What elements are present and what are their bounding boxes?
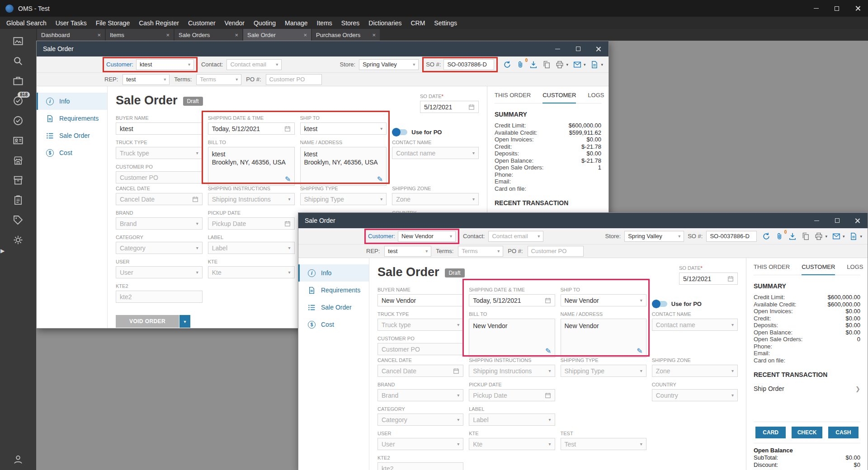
terms-combo[interactable]: Terms▾ <box>458 246 503 257</box>
name-address-textarea[interactable]: New Vendor✎ <box>561 319 646 357</box>
store-combo[interactable]: Spring Valley▾ <box>359 59 419 70</box>
tab-close-icon[interactable]: × <box>235 32 238 38</box>
shipping-instructions-combo[interactable]: Shipping Instructions▾ <box>208 193 295 205</box>
tab-close-icon[interactable]: × <box>372 32 376 38</box>
refresh-button[interactable] <box>762 232 770 240</box>
window1-titlebar[interactable]: Sale Order <box>37 41 609 56</box>
user-profile-icon[interactable] <box>12 454 24 465</box>
refresh-button[interactable] <box>503 61 511 69</box>
edit-pencil-icon[interactable]: ✎ <box>637 347 642 356</box>
menu-global-search[interactable]: Global Search <box>2 18 51 28</box>
menu-vendor[interactable]: Vendor <box>220 18 249 28</box>
void-order-button[interactable]: VOID ORDER <box>116 315 179 328</box>
shipping-date-input[interactable]: Today, 5/12/2021 <box>469 294 555 306</box>
briefcase-icon[interactable] <box>12 75 24 87</box>
app-minimize-button[interactable] <box>806 0 826 17</box>
contact-name-combo[interactable]: Contact name▾ <box>652 319 738 331</box>
tab-close-icon[interactable]: × <box>97 32 101 38</box>
tab-items[interactable]: Items× <box>106 29 174 41</box>
menu-settings[interactable]: Settings <box>429 18 462 28</box>
so-number-input[interactable]: SO-0037886-D <box>706 231 757 242</box>
contact-combo[interactable]: Contact email▾ <box>488 231 543 242</box>
chevron-down-icon[interactable]: ▾ <box>825 234 827 239</box>
print-button[interactable] <box>556 61 564 69</box>
menu-file-storage[interactable]: File Storage <box>91 18 134 28</box>
edit-pencil-icon[interactable]: ✎ <box>377 175 383 184</box>
bill-to-textarea[interactable]: New Vendor✎ <box>469 319 555 357</box>
so-number-input[interactable]: SO-0037886-D <box>443 59 494 70</box>
panel-tab-logs[interactable]: LOGS <box>847 263 863 275</box>
use-for-po-toggle[interactable] <box>392 129 407 135</box>
user-combo[interactable]: User▾ <box>116 266 203 278</box>
customer-combo[interactable]: New Vendor▾ <box>398 231 456 242</box>
use-for-po-toggle[interactable] <box>652 301 667 307</box>
chevron-down-icon[interactable]: ▾ <box>584 62 586 67</box>
pickup-date-input[interactable]: Pickup Date <box>469 389 555 401</box>
download-button[interactable] <box>788 232 797 240</box>
window2-minimize-button[interactable] <box>807 213 827 228</box>
print-button[interactable] <box>815 232 823 240</box>
window2-titlebar[interactable]: Sale Order <box>298 213 868 228</box>
cancel-date-input[interactable]: Cancel Date <box>377 365 463 377</box>
window1-maximize-button[interactable] <box>568 41 588 56</box>
menu-cash-register[interactable]: Cash Register <box>134 18 184 28</box>
chevron-down-icon[interactable]: ▾ <box>860 234 862 239</box>
buyer-name-input[interactable]: New Vendor <box>377 294 463 306</box>
search-icon[interactable] <box>12 55 24 67</box>
nav-item-cost[interactable]: $Cost <box>37 144 107 161</box>
email-button[interactable] <box>573 61 581 69</box>
menu-crm[interactable]: CRM <box>406 18 429 28</box>
rep-combo[interactable]: test▾ <box>123 74 170 85</box>
nav-item-sale-order[interactable]: Sale Order <box>37 127 107 144</box>
shipping-instructions-combo[interactable]: Shipping Instructions▾ <box>469 365 555 377</box>
cancel-date-input[interactable]: Cancel Date <box>116 193 203 205</box>
nav-item-cost[interactable]: $Cost <box>298 316 369 333</box>
inventory-box-icon[interactable] <box>12 174 24 186</box>
panel-tab-customer[interactable]: CUSTOMER <box>802 263 835 275</box>
rep-combo[interactable]: test▾ <box>384 246 431 257</box>
cash-button[interactable]: CASH <box>828 427 859 438</box>
kte-combo[interactable]: Kte▾ <box>469 438 555 450</box>
tab-purchase-orders[interactable]: Purchase Orders× <box>312 29 380 41</box>
truck-type-combo[interactable]: Truck type▾ <box>116 147 203 159</box>
shipping-date-input[interactable]: Today, 5/12/2021 <box>208 122 295 135</box>
copy-button[interactable] <box>542 61 551 69</box>
customer-po-input[interactable]: Customer PO <box>116 171 203 183</box>
panel-tab-logs[interactable]: LOGS <box>588 92 604 103</box>
email-button[interactable] <box>832 232 840 240</box>
tag-icon[interactable] <box>12 214 24 226</box>
void-order-dropdown-button[interactable]: ▾ <box>179 315 190 328</box>
tab-close-icon[interactable]: × <box>166 32 170 38</box>
category-combo[interactable]: Category▾ <box>377 414 463 426</box>
name-address-textarea[interactable]: ktestBrooklyn, NY, 46356, USA✎ <box>300 147 387 186</box>
app-maximize-button[interactable] <box>826 0 847 17</box>
nav-item-requirements[interactable]: Requirements <box>298 282 369 299</box>
chevron-down-icon[interactable]: ▾ <box>566 62 568 67</box>
menu-dictionaries[interactable]: Dictionaries <box>364 18 406 28</box>
edit-pencil-icon[interactable]: ✎ <box>285 175 291 184</box>
truck-type-combo[interactable]: Truck type▾ <box>377 319 463 331</box>
nav-item-info[interactable]: iInfo <box>298 264 369 282</box>
gear-icon[interactable] <box>12 234 24 246</box>
store-icon[interactable] <box>12 155 24 166</box>
document-button[interactable] <box>849 232 858 240</box>
shipping-zone-combo[interactable]: Zone▾ <box>652 365 738 377</box>
store-combo[interactable]: Spring Valley▾ <box>624 231 684 242</box>
chevron-down-icon[interactable]: ▾ <box>601 62 603 67</box>
panel-tab-customer[interactable]: CUSTOMER <box>542 92 576 103</box>
attachments-button[interactable]: 0 <box>516 61 524 69</box>
window1-close-button[interactable] <box>588 41 609 56</box>
menu-items[interactable]: Items <box>312 18 337 28</box>
label-combo[interactable]: Label▾ <box>208 242 295 254</box>
pickup-date-input[interactable]: Pickup Date <box>208 217 295 230</box>
tab-close-icon[interactable]: × <box>303 32 307 38</box>
ship-to-combo[interactable]: New Vendor▾ <box>561 294 646 306</box>
kte2-input[interactable]: kte2 <box>116 291 203 303</box>
document-button[interactable] <box>590 61 599 69</box>
customer-combo[interactable]: ktest▾ <box>136 59 194 70</box>
clipboard-icon[interactable] <box>12 194 24 206</box>
menu-manage[interactable]: Manage <box>280 18 312 28</box>
tasks-icon[interactable]: 818 <box>12 95 24 107</box>
brand-combo[interactable]: Brand▾ <box>116 217 203 230</box>
menu-stores[interactable]: Stores <box>337 18 364 28</box>
